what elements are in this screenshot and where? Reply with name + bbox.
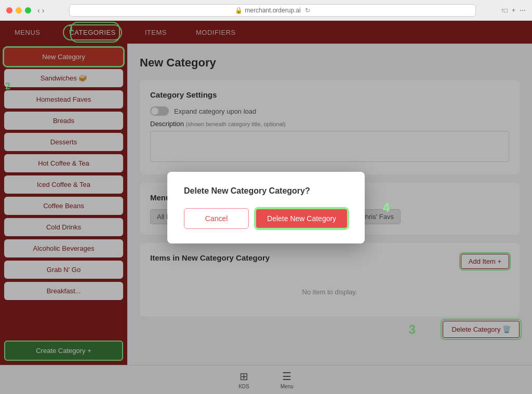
refresh-icon: ↻ (305, 7, 310, 14)
address-text: merchant.orderup.ai (245, 7, 300, 14)
step-4-label: 4 (383, 200, 390, 215)
close-button[interactable] (6, 7, 12, 13)
dialog-title: Delete New Category Category? (184, 186, 348, 196)
dialog-cancel-button[interactable]: Cancel (184, 208, 249, 229)
nav-arrows: ‹ › (37, 6, 44, 15)
modal-overlay[interactable]: 4 Delete New Category Category? Cancel D… (0, 21, 532, 394)
forward-button[interactable]: › (42, 6, 45, 15)
lock-icon: 🔒 (235, 7, 243, 14)
share-button[interactable]: ↑□ (501, 7, 508, 14)
window-actions: ↑□ + ⋯ (501, 7, 526, 14)
back-button[interactable]: ‹ (37, 6, 40, 15)
address-bar[interactable]: 🔒 merchant.orderup.ai ↻ (69, 4, 475, 17)
minimize-button[interactable] (16, 7, 22, 13)
window-chrome: ‹ › 🔒 merchant.orderup.ai ↻ ↑□ + ⋯ (0, 0, 532, 21)
dialog-buttons: Cancel Delete New Category (184, 208, 348, 229)
new-tab-button[interactable]: + (512, 7, 515, 14)
extensions-button[interactable]: ⋯ (520, 7, 526, 14)
delete-dialog: 4 Delete New Category Category? Cancel D… (167, 172, 365, 243)
maximize-button[interactable] (25, 7, 31, 13)
dialog-confirm-button[interactable]: Delete New Category (255, 208, 348, 229)
traffic-lights (6, 7, 31, 13)
